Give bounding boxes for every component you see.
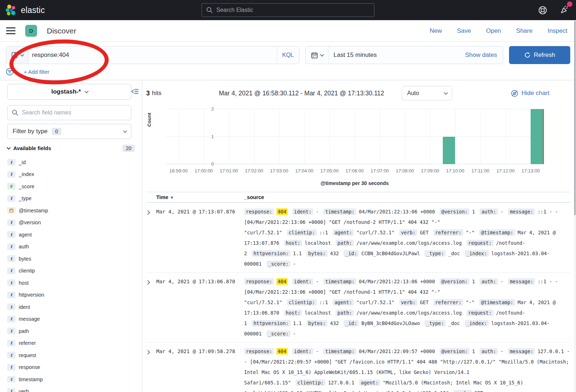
x-tick-label: 17:08:00 <box>396 168 414 174</box>
field-name-badge: verb: <box>399 299 418 306</box>
nav-action-open[interactable]: Open <box>486 27 501 35</box>
query-input[interactable]: response:404 <box>28 46 277 64</box>
filter-icon[interactable] <box>6 68 14 76</box>
field-name-badge: message: <box>508 208 535 215</box>
field-name: agent <box>19 232 32 238</box>
field-item-@timestamp[interactable]: @timestamp <box>7 204 135 217</box>
chevron-down-icon <box>444 91 448 95</box>
gridline-horizontal <box>166 109 543 109</box>
nav-action-new[interactable]: New <box>429 27 442 35</box>
time-range-value[interactable]: Last 15 minutes <box>329 51 465 59</box>
field-value: 1 <box>472 279 475 284</box>
datepicker-calendar-button[interactable] <box>306 46 329 64</box>
gridline-vertical <box>455 109 455 164</box>
chart-time-range: Mar 4, 2021 @ 16:58:30.112 - Mar 4, 2021… <box>219 90 384 97</box>
nav-action-inspect[interactable]: Inspect <box>548 27 567 35</box>
field-name-badge: path: <box>336 310 354 316</box>
field-item-response[interactable]: tresponse <box>7 361 135 374</box>
available-fields-header[interactable]: Available fields 20 <box>7 145 135 152</box>
scrollbar[interactable] <box>574 20 576 392</box>
field-item-timestamp[interactable]: ttimestamp <box>7 373 135 386</box>
search-icon <box>206 7 213 13</box>
saved-query-button[interactable] <box>6 46 28 64</box>
collapse-sidebar-icon[interactable] <box>131 87 139 95</box>
space-avatar[interactable]: D <box>25 25 37 37</box>
field-value: - <box>500 279 503 284</box>
field-value: 04/Mar/2021:22:13:06 +0000 <box>359 279 435 284</box>
field-item-verb[interactable]: tverb <box>7 386 135 392</box>
field-value: "-" <box>466 230 474 235</box>
x-axis-ticks: 16:59:0017:00:0017:01:0017:02:0017:03:00… <box>166 168 543 175</box>
field-search-input[interactable]: Search field names <box>7 105 131 120</box>
string-field-icon: t <box>7 328 15 334</box>
page-title: Discover <box>47 27 76 35</box>
field-value: 1 <box>472 209 475 215</box>
table-row: Mar 4, 2021 @ 17:09:58.278response:404id… <box>146 343 570 392</box>
highlighted-value: 404 <box>276 278 287 285</box>
field-item-_score[interactable]: #_score <box>7 180 135 193</box>
field-item-_type[interactable]: t_type <box>7 193 135 205</box>
field-name-badge: host: <box>284 240 302 246</box>
interval-value: Auto <box>407 90 419 96</box>
nav-action-save[interactable]: Save <box>457 27 471 35</box>
chevron-down-icon <box>20 53 24 57</box>
index-pattern-selector[interactable]: logstash-* <box>7 84 131 100</box>
query-language-button[interactable]: KQL <box>277 46 299 64</box>
histogram-bar[interactable] <box>443 137 455 165</box>
field-name-badge: response: <box>244 278 274 285</box>
field-item-path[interactable]: tpath <box>7 325 135 337</box>
string-field-icon: t <box>7 243 15 250</box>
field-name-badge: agent: <box>333 299 354 306</box>
filter-by-type-dropdown[interactable]: Filter by type 0 <box>7 124 131 139</box>
field-item-bytes[interactable]: tbytes <box>7 253 135 265</box>
hide-chart-button[interactable]: Hide chart <box>511 90 549 97</box>
chevron-right-icon <box>146 210 150 215</box>
expand-toggle[interactable] <box>146 276 156 339</box>
newsfeed-button[interactable] <box>560 5 570 16</box>
field-list: t_idt_index#_scoret_type@timestampt@vers… <box>7 156 135 392</box>
field-value: _doc <box>448 320 460 326</box>
gridline-vertical <box>254 109 255 164</box>
field-item-_index[interactable]: t_index <box>7 168 135 181</box>
string-field-icon: t <box>7 364 15 371</box>
document-rows: Mar 4, 2021 @ 17:13:07.876response:404id… <box>146 203 570 392</box>
field-item-host[interactable]: thost <box>7 277 135 289</box>
field-value: - <box>293 331 296 337</box>
add-filter-button[interactable]: + Add filter <box>24 69 49 75</box>
string-field-icon: t <box>7 195 15 202</box>
field-value: /var/www/example.com/logs/access.log <box>356 310 462 316</box>
field-name: response <box>19 364 40 370</box>
show-dates-button[interactable]: Show dates <box>465 51 503 59</box>
field-value: GET <box>420 230 428 235</box>
field-item-ident[interactable]: tident <box>7 301 135 313</box>
calendar-icon <box>311 52 318 59</box>
field-item-@version[interactable]: t@version <box>7 217 135 229</box>
field-item-referrer[interactable]: treferrer <box>7 337 135 350</box>
column-header-time[interactable]: Time▼ <box>156 194 244 200</box>
histogram-chart[interactable]: Count 012 16:59:0017:00:0017:01:0017:02:… <box>143 104 576 190</box>
field-item-clientip[interactable]: tclientip <box>7 265 135 277</box>
field-value: - <box>316 209 319 215</box>
scrollbar-thumb[interactable] <box>574 21 576 215</box>
histogram-bar[interactable] <box>531 109 543 164</box>
interval-select[interactable]: Auto <box>402 86 452 100</box>
expand-toggle[interactable] <box>146 207 156 269</box>
menu-hamburger-icon[interactable] <box>6 27 15 34</box>
nav-action-share[interactable]: Share <box>516 27 532 35</box>
field-item-httpversion[interactable]: thttpversion <box>7 289 135 301</box>
eye-slash-icon <box>511 90 518 97</box>
field-item-_id[interactable]: t_id <box>7 156 135 168</box>
field-value: - <box>316 279 319 284</box>
field-item-auth[interactable]: tauth <box>7 241 135 253</box>
refresh-button[interactable]: Refresh <box>509 46 570 64</box>
x-tick-label: 16:59:00 <box>170 168 188 174</box>
field-name: clientip <box>19 268 35 274</box>
search-icon <box>12 109 18 116</box>
help-icon[interactable] <box>538 5 548 15</box>
x-tick-label: 17:11:00 <box>472 168 490 174</box>
expand-toggle[interactable] <box>146 346 156 392</box>
field-item-agent[interactable]: tagent <box>7 229 135 241</box>
field-item-request[interactable]: trequest <box>7 349 135 361</box>
global-search-input[interactable]: Search Elastic <box>202 3 374 17</box>
field-item-message[interactable]: tmessage <box>7 313 135 325</box>
